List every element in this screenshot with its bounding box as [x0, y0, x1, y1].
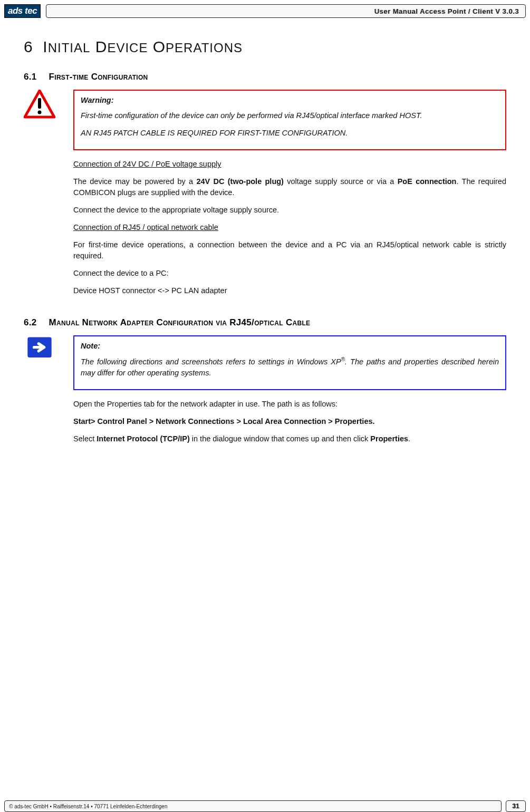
voltage-paragraph-1: The device may be powered by a 24V DC (t… — [73, 176, 506, 198]
warning-row: Warning: First-time configuration of the… — [24, 90, 506, 150]
warning-icon-col — [24, 90, 66, 121]
footer-bar: © ads-tec GmbH • Raiffeisenstr.14 • 7077… — [4, 800, 526, 812]
warning-label: Warning: — [81, 95, 499, 106]
warning-callout: Warning: First-time configuration of the… — [73, 90, 506, 150]
warning-callout-col: Warning: First-time configuration of the… — [73, 90, 506, 150]
note-paragraph: The following directions and screenshots… — [81, 356, 499, 379]
arrow-note-icon — [24, 335, 55, 361]
doc-title: User Manual Access Point / Client V 3.0.… — [374, 7, 519, 15]
rj45-paragraph-3: Device HOST connector <-> PC LAN adapter — [73, 285, 506, 296]
subheading-rj45: Connection of RJ45 / optical network cab… — [73, 222, 506, 233]
svg-rect-1 — [38, 98, 41, 109]
rj45-paragraph-2: Connect the device to a PC: — [73, 268, 506, 279]
subheading-voltage: Connection of 24V DC / PoE voltage suppl… — [73, 159, 506, 170]
body-paragraph-2-path: Start> Control Panel > Network Connectio… — [73, 416, 506, 427]
warning-paragraph-2: AN RJ45 PATCH CABLE IS REQUIRED FOR FIRS… — [81, 128, 499, 139]
section-6-1-heading: 6.1 First-time Configuration — [24, 72, 506, 82]
body-paragraph-1: Open the Properties tab for the network … — [73, 399, 506, 410]
section-6-1-text: Connection of 24V DC / PoE voltage suppl… — [73, 154, 506, 303]
header-bar: ads tec User Manual Access Point / Clien… — [4, 4, 526, 18]
footer-copyright: © ads-tec GmbH • Raiffeisenstr.14 • 7077… — [9, 804, 167, 809]
page-number-box: 31 — [506, 800, 526, 812]
voltage-paragraph-2: Connect the device to the appropriate vo… — [73, 205, 506, 216]
section-6-2-heading: 6.2 Manual Network Adapter Configuration… — [24, 317, 506, 328]
footer-copyright-box: © ads-tec GmbH • Raiffeisenstr.14 • 7077… — [4, 800, 502, 812]
page-content: 6 INITIAL DEVICE OPERATIONS 6.1 First-ti… — [0, 18, 530, 451]
section-number: 6.1 — [24, 72, 37, 82]
section-title: Manual Network Adapter Configuration via… — [49, 317, 311, 327]
chapter-number: 6 — [24, 38, 33, 55]
page-number: 31 — [512, 803, 519, 810]
note-label: Note: — [81, 341, 499, 352]
svg-point-2 — [38, 111, 42, 114]
section-number: 6.2 — [24, 317, 37, 327]
note-callout: Note: The following directions and scree… — [73, 335, 506, 390]
document-page: ads tec User Manual Access Point / Clien… — [0, 4, 530, 812]
logo-text: ads tec — [8, 6, 37, 16]
warning-paragraph-1: First-time configuration of the device c… — [81, 110, 499, 121]
section-6-2-text: Open the Properties tab for the network … — [73, 394, 506, 451]
body-paragraph-3: Select Internet Protocol (TCP/IP) in the… — [73, 433, 506, 444]
section-6-1-body: Connection of 24V DC / PoE voltage suppl… — [24, 154, 506, 303]
warning-triangle-icon — [24, 90, 55, 119]
doc-title-box: User Manual Access Point / Client V 3.0.… — [46, 4, 526, 18]
section-title: First-time Configuration — [49, 72, 148, 82]
note-row: Note: The following directions and scree… — [24, 335, 506, 390]
rj45-paragraph-1: For first-time device operations, a conn… — [73, 239, 506, 262]
note-icon-col — [24, 335, 66, 363]
note-callout-col: Note: The following directions and scree… — [73, 335, 506, 390]
section-6-2-body: Open the Properties tab for the network … — [24, 394, 506, 451]
company-logo: ads tec — [4, 4, 41, 18]
chapter-heading: 6 INITIAL DEVICE OPERATIONS — [24, 38, 506, 56]
chapter-title: INITIAL DEVICE OPERATIONS — [43, 38, 243, 55]
